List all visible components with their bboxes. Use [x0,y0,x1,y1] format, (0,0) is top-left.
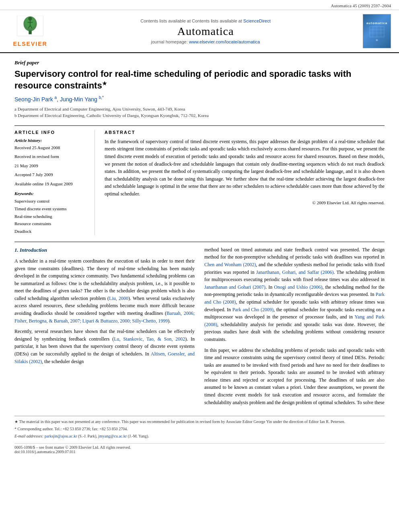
footnotes-area: ★ The material in this paper was not pre… [14,416,385,439]
email-footnote: E-mail addresses: parksjin@ajou.ac.kr (S… [14,433,385,439]
article-history: Article history: Received 25 August 2008… [14,138,88,187]
affiliation-b: b Department of Electrical Engineering, … [14,112,385,119]
received-revised-label: Received in revised form [14,153,88,160]
intro-body-left: A scheduler in a real-time system coordi… [14,257,195,365]
cover-decoration-icon [369,26,385,38]
received-date: Received 25 August 2008 [14,144,88,151]
authors: Seong-Jin Park a, Jung-Min Yang b,* [14,95,385,103]
cover-symbol: ⊕ [376,39,378,42]
page-container: Automatica 45 (2009) 2597–2604 ELSEVIER [0,0,399,462]
copyright-line: © 2009 Elsevier Ltd. All rights reserved… [105,200,385,205]
author-names: Seong-Jin Park a, Jung-Min Yang b,* [14,96,104,103]
intro-para-4: In this paper, we address the scheduling… [204,347,385,407]
affiliations: a Department of Electrical and Computer … [14,106,385,119]
journal-ref: Automatica 45 (2009) 2597–2604 [331,3,391,8]
article-title: Supervisory control for real-time schedu… [14,68,385,91]
elsevier-logo: ELSEVIER [8,16,52,47]
journal-header: ELSEVIER Contents lists available at Con… [0,10,399,53]
available-date: Available online 19 August 2009 [14,181,88,187]
svg-point-4 [28,16,32,20]
email-1[interactable]: parksjin@ajou.ac.kr [45,434,77,438]
article-info-abstract-section: ARTICLE INFO Article history: Received 2… [14,125,385,235]
computing-word: computing [48,273,69,279]
corresponding-footnote: * Corresponding author. Tel.: +82 53 850… [14,426,385,432]
journal-metadata: Automatica 45 (2009) 2597–2604 [0,0,399,10]
journal-cover-thumbnail: automatica ⊕ [359,14,391,48]
body-column-left: 1. Introduction A scheduler in a real-ti… [14,246,195,409]
intro-para-2: Recently, several researchers have shown… [14,328,195,365]
abstract-text: In the framework of supervisory control … [105,138,385,198]
journal-title: Automatica [52,25,359,38]
issn-text: 0005-1098/$ – see front matter © 2009 El… [14,445,131,450]
issn-section: 0005-1098/$ – see front matter © 2009 El… [14,443,385,454]
history-label: Article history: [14,138,88,143]
elsevier-tree-icon [14,16,46,40]
article-type-label: Brief paper [14,60,385,66]
star-footnote: ★ The material in this paper was not pre… [14,419,385,425]
keywords-label: Keywords: [14,191,88,196]
intro-para-3: method based on timed automata and state… [204,246,385,343]
abstract-column: ABSTRACT In the framework of supervisory… [105,130,385,235]
elsevier-brand-text: ELSEVIER [13,41,47,47]
article-info-label: ARTICLE INFO [14,130,88,135]
journal-url[interactable]: www.elsevier.com/locate/automatica [189,39,260,44]
abstract-label: ABSTRACT [105,130,385,135]
abstract-paragraph: In the framework of supervisory control … [105,138,385,198]
journal-homepage: journal homepage: www.elsevier.com/locat… [52,39,359,44]
cover-image: automatica ⊕ [363,14,391,48]
introduction-section: 1. Introduction A scheduler in a real-ti… [14,242,385,409]
accepted-date: Accepted 7 July 2009 [14,171,88,178]
cover-title-text: automatica [366,21,388,26]
keywords-section: Keywords: Supervisory controlTimed discr… [14,191,88,235]
body-column-right: method based on timed automata and state… [204,246,385,409]
main-content: Brief paper Supervisory control for real… [0,53,399,462]
keyword-1: Supervisory controlTimed discrete event … [14,197,88,235]
journal-center: Contents lists available at Contents lis… [52,18,359,44]
doi-text: doi:10.1016/j.automatica.2009.07.011 [14,450,76,454]
email-2[interactable]: jmyang@cu.ac.kr [98,434,127,438]
intro-para-1: A scheduler in a real-time system coordi… [14,257,195,325]
contents-available-line: Contents lists available at Contents lis… [52,18,359,23]
intro-body-right: method based on timed automata and state… [204,246,385,406]
article-info-column: ARTICLE INFO Article history: Received 2… [14,130,95,235]
revised-date: 21 May 2009 [14,162,88,169]
affiliation-a: a Department of Electrical and Computer … [14,106,385,113]
intro-heading: 1. Introduction [14,246,195,254]
